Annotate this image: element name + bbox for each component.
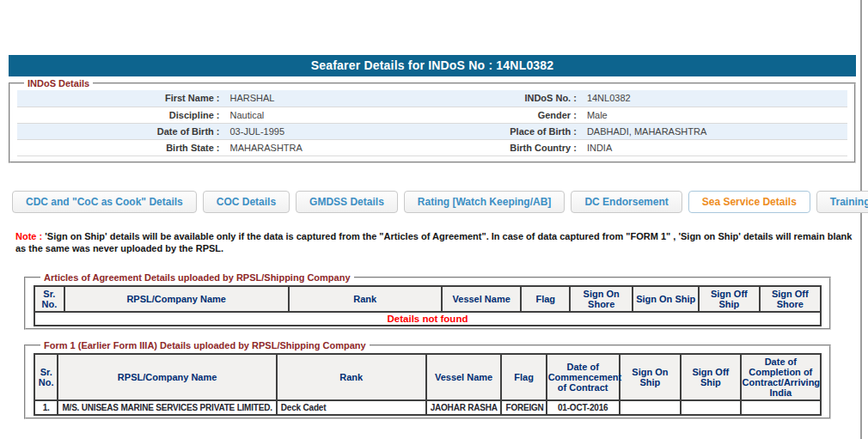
sr-no-value: 1. [34, 400, 58, 415]
discipline-value: Nautical [225, 107, 433, 123]
sign-on-ship-value [620, 400, 681, 415]
indos-details-legend: INDoS Details [24, 78, 93, 88]
tab-sea-service-details[interactable]: Sea Service Details [688, 191, 810, 213]
articles-table: Sr. No. RPSL/Company Name Rank Vessel Na… [34, 285, 822, 326]
first-name-value: HARSHAL [225, 90, 433, 107]
date-of-birth-label: Date of Birth : [17, 123, 225, 139]
col-flag: Flag [501, 354, 546, 400]
seafarer-details-page: Seafarer Details for INDoS No : 14NL0382… [0, 0, 868, 439]
date-of-commencement-value: 01-OCT-2016 [547, 400, 620, 415]
articles-empty-row: Details not found [34, 312, 821, 326]
articles-header-row: Sr. No. RPSL/Company Name Rank Vessel Na… [34, 286, 821, 312]
col-flag: Flag [521, 286, 570, 312]
birth-country-label: Birth Country : [432, 139, 582, 155]
tab-cdc-coc-as-cook-details[interactable]: CDC and "CoC as Cook" Details [12, 191, 197, 213]
birth-country-value: INDIA [582, 139, 847, 155]
gender-value: Male [582, 107, 847, 123]
indos-no-label: INDoS No. : [432, 90, 582, 107]
birth-state-value: MAHARASHTRA [225, 139, 433, 155]
col-sign-off-shore: Sign Off Shore [760, 286, 821, 312]
col-rpsl-company-name: RPSL/Company Name [58, 354, 276, 400]
indos-row-1: First Name : HARSHAL INDoS No. : 14NL038… [17, 90, 847, 107]
page-edge-divider [860, 0, 862, 439]
vessel-name-value: JAOHAR RASHA [426, 400, 502, 415]
note-body: 'Sign on Ship' details will be available… [15, 231, 852, 253]
col-sr-no: Sr. No. [34, 286, 64, 312]
indos-details-table: First Name : HARSHAL INDoS No. : 14NL038… [17, 90, 847, 156]
col-sign-off-ship: Sign Off Ship [699, 286, 759, 312]
date-of-birth-value: 03-JUL-1995 [225, 123, 433, 139]
col-sign-on-ship: Sign On Ship [620, 354, 681, 400]
col-sign-on-ship: Sign On Ship [633, 286, 699, 312]
col-rpsl-company-name: RPSL/Company Name [64, 286, 289, 312]
tab-training-details[interactable]: Training Details [816, 191, 868, 213]
indos-details-panel: INDoS Details First Name : HARSHAL INDoS… [9, 78, 856, 163]
indos-row-3: Date of Birth : 03-JUL-1995 Place of Bir… [17, 123, 847, 139]
place-of-birth-value: DABHADI, MAHARASHTRA [582, 123, 847, 139]
tab-gmdss-details[interactable]: GMDSS Details [296, 191, 398, 213]
tab-coc-details[interactable]: COC Details [203, 191, 290, 213]
col-sign-off-ship: Sign Off Ship [681, 354, 741, 400]
form1-details-panel: Form 1 (Earlier Form IIIA) Details uploa… [24, 340, 831, 419]
col-sign-on-shore: Sign On Shore [570, 286, 633, 312]
sign-on-ship-note: Note : 'Sign on Ship' details will be av… [15, 230, 854, 254]
tab-rating-watch-keeping-ab[interactable]: Rating [Watch Keeping/AB] [404, 191, 565, 213]
col-vessel-name: Vessel Name [442, 286, 521, 312]
birth-state-label: Birth State : [17, 139, 225, 155]
tab-dc-endorsement[interactable]: DC Endorsement [571, 191, 682, 213]
flag-value: FOREIGN [501, 400, 546, 415]
details-not-found-message: Details not found [34, 312, 821, 326]
sign-off-ship-value [681, 400, 741, 415]
rpsl-company-name-value: M/S. UNISEAS MARINE SERVICES PRIVATE LIM… [58, 400, 276, 415]
indos-row-2: Discipline : Nautical Gender : Male [17, 107, 847, 123]
first-name-label: First Name : [17, 90, 225, 107]
gender-label: Gender : [432, 107, 582, 123]
date-of-completion-value [741, 400, 821, 415]
indos-no-value: 14NL0382 [582, 90, 847, 107]
note-prefix: Note : [15, 231, 42, 241]
details-tab-bar: CDC and "CoC as Cook" Details COC Detail… [12, 191, 868, 213]
form1-header-row: Sr. No. RPSL/Company Name Rank Vessel Na… [34, 354, 821, 400]
col-sr-no: Sr. No. [34, 354, 58, 400]
indos-row-4: Birth State : MAHARASHTRA Birth Country … [17, 139, 847, 155]
discipline-label: Discipline : [17, 107, 225, 123]
rank-value: Deck Cadet [277, 400, 426, 415]
form1-data-row: 1. M/S. UNISEAS MARINE SERVICES PRIVATE … [34, 400, 821, 415]
col-rank: Rank [289, 286, 442, 312]
col-rank: Rank [277, 354, 426, 400]
place-of-birth-label: Place of Birth : [432, 123, 582, 139]
form1-legend: Form 1 (Earlier Form IIIA) Details uploa… [40, 340, 370, 351]
articles-of-agreement-panel: Articles of Agreement Details uploaded b… [24, 272, 831, 330]
col-date-of-commencement: Date of Commencement of Contract [547, 354, 620, 400]
page-title: Seafarer Details for INDoS No : 14NL0382 [9, 55, 856, 76]
col-date-of-completion: Date of Completion of Contract/Arriving … [741, 354, 821, 400]
form1-table: Sr. No. RPSL/Company Name Rank Vessel Na… [34, 353, 822, 416]
col-vessel-name: Vessel Name [426, 354, 502, 400]
articles-legend: Articles of Agreement Details uploaded b… [40, 272, 354, 283]
